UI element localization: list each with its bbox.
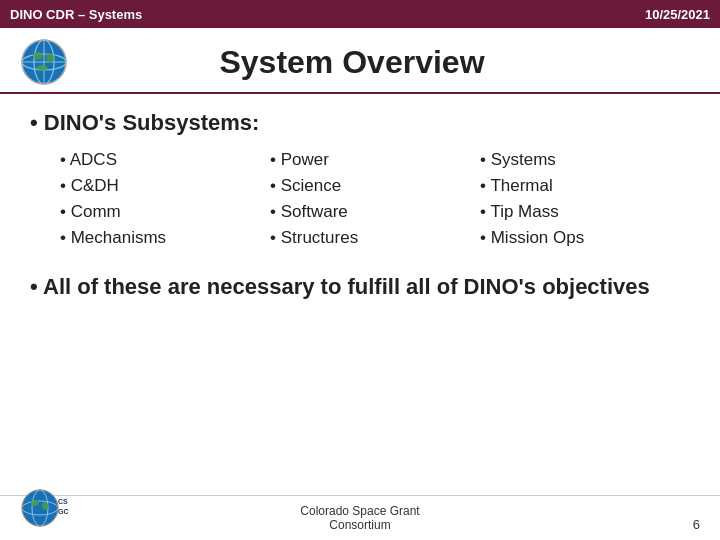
- svg-point-6: [33, 52, 43, 60]
- main-content: DINO's Subsystems: ADCS C&DH Comm Mechan…: [0, 94, 720, 324]
- header-date: 10/25/2021: [645, 7, 710, 22]
- subsystem-comm: Comm: [60, 202, 270, 222]
- subsystem-col-2: Power Science Software Structures: [270, 150, 480, 248]
- globe-logo: [20, 38, 68, 86]
- footer-page-number: 6: [693, 517, 700, 532]
- subsystem-adcs: ADCS: [60, 150, 270, 170]
- footer-consortium: Colorado Space Grant Consortium: [300, 504, 419, 532]
- svg-point-14: [42, 502, 48, 510]
- subsystem-col-3: Systems Thermal Tip Mass Mission Ops: [480, 150, 690, 248]
- subsystem-power: Power: [270, 150, 480, 170]
- subsystem-mission-ops: Mission Ops: [480, 228, 690, 248]
- subsystem-structures: Structures: [270, 228, 480, 248]
- subsystem-systems: Systems: [480, 150, 690, 170]
- svg-text:GC: GC: [58, 508, 69, 515]
- subsystem-software: Software: [270, 202, 480, 222]
- subsystem-col-1: ADCS C&DH Comm Mechanisms: [60, 150, 270, 248]
- page-title: System Overview: [68, 44, 700, 81]
- subsystems-heading: DINO's Subsystems:: [30, 110, 690, 136]
- subsystem-tip-mass: Tip Mass: [480, 202, 690, 222]
- svg-point-7: [46, 53, 54, 63]
- header-bar: DINO CDR – Systems 10/25/2021: [0, 0, 720, 28]
- svg-point-8: [36, 65, 48, 71]
- subsystem-science: Science: [270, 176, 480, 196]
- title-section: System Overview: [0, 28, 720, 94]
- svg-text:CS: CS: [58, 498, 68, 505]
- bottom-bullet: All of these are necessary to fulfill al…: [30, 272, 690, 302]
- subsystems-grid: ADCS C&DH Comm Mechanisms Power Science …: [60, 150, 690, 248]
- subsystem-thermal: Thermal: [480, 176, 690, 196]
- footer: CS GC Colorado Space Grant Consortium 6: [0, 495, 720, 540]
- subsystem-cdh: C&DH: [60, 176, 270, 196]
- subsystem-mechanisms: Mechanisms: [60, 228, 270, 248]
- header-title: DINO CDR – Systems: [10, 7, 142, 22]
- svg-point-13: [31, 500, 39, 506]
- footer-logo: CS GC: [20, 488, 76, 532]
